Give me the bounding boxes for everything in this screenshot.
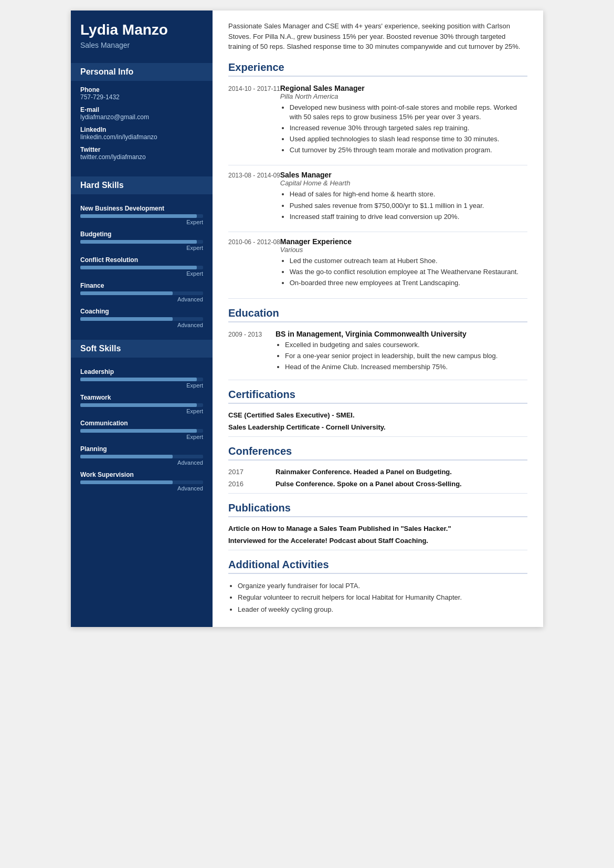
skill-level: Advanced <box>80 296 203 302</box>
skill-bar-container <box>80 378 203 381</box>
soft-skills-heading: Soft Skills <box>71 340 213 358</box>
contact-label: E-mail <box>80 106 203 113</box>
hard-skills-heading: Hard Skills <box>71 176 213 194</box>
divider-edu <box>228 298 527 299</box>
exp-date: 2013-08 - 2014-09 <box>228 171 280 223</box>
edu-bullet: Excelled in budgeting and sales coursewo… <box>285 340 527 350</box>
exp-bullet: Head of sales for high-end home & hearth… <box>290 190 527 199</box>
experience-item: 2013-08 - 2014-09 Sales Manager Capital … <box>228 171 527 223</box>
skill-bar-container <box>80 403 203 407</box>
certifications-list: CSE (Certified Sales Executive) - SMEI.S… <box>228 411 527 431</box>
skill-level: Expert <box>80 245 203 251</box>
skill-bar <box>80 429 197 433</box>
candidate-name: Lydia Manzo <box>80 21 203 39</box>
skill-bar <box>80 378 197 381</box>
edu-bullet: For a one-year senior project in leaders… <box>285 351 527 361</box>
divider-cert <box>228 380 527 380</box>
experience-item: 2010-06 - 2012-08 Manager Experience Var… <box>228 237 527 290</box>
exp-divider <box>228 232 527 232</box>
skill-bar-container <box>80 317 203 321</box>
experience-heading: Experience <box>228 61 527 77</box>
skill-bar-container <box>80 480 203 484</box>
exp-bullet: Increased staff training to drive lead c… <box>290 212 527 222</box>
skill-name: Planning <box>80 445 203 453</box>
edu-bullets: Excelled in budgeting and sales coursewo… <box>276 340 527 372</box>
skill-level: Expert <box>80 382 203 389</box>
activity-item: Leader of weekly cycling group. <box>238 605 527 614</box>
exp-body: Regional Sales Manager Pilla North Ameri… <box>280 84 527 157</box>
contact-item: Phone757-729-1432 <box>80 86 203 101</box>
skill-name: Leadership <box>80 368 203 375</box>
exp-bullet: Increased revenue 30% through targeted s… <box>290 123 527 133</box>
contact-item: Twittertwitter.com/lydiafmanzo <box>80 146 203 161</box>
edu-title: BS in Management, Virginia Commonwealth … <box>276 330 527 338</box>
cert-item: CSE (Certified Sales Executive) - SMEI. <box>228 411 527 419</box>
skill-bar-container <box>80 240 203 244</box>
experience-list: 2014-10 - 2017-11 Regional Sales Manager… <box>228 84 527 290</box>
skill-bar-container <box>80 214 203 218</box>
divider-pub <box>228 493 527 494</box>
contact-value: 757-729-1432 <box>80 93 203 101</box>
skill-level: Expert <box>80 434 203 440</box>
exp-bullets: Developed new business with point-of-sal… <box>280 103 527 155</box>
exp-divider <box>228 165 527 165</box>
exp-bullet: Led the customer outreach team at Hubert… <box>290 256 527 266</box>
pub-item: Article on How to Manage a Sales Team Pu… <box>228 525 527 532</box>
edu-date: 2009 - 2013 <box>228 330 276 374</box>
exp-bullet: Was the go-to conflict resolution employ… <box>290 267 527 277</box>
certifications-heading: Certifications <box>228 389 527 404</box>
activities-list: Organize yearly fundraiser for local PTA… <box>228 581 527 614</box>
exp-bullets: Head of sales for high-end home & hearth… <box>280 190 527 222</box>
activity-item: Regular volunteer to recruit helpers for… <box>238 593 527 602</box>
skill-bar <box>80 455 173 458</box>
conf-year: 2017 <box>228 468 276 476</box>
skill-name: Teamwork <box>80 394 203 401</box>
skill-level: Advanced <box>80 459 203 466</box>
summary-text: Passionate Sales Manager and CSE with 4+… <box>228 21 527 52</box>
skill-bar <box>80 266 197 269</box>
exp-body: Manager Experience Various Led the custo… <box>280 237 527 290</box>
exp-date: 2010-06 - 2012-08 <box>228 237 280 290</box>
education-item: 2009 - 2013 BS in Management, Virginia C… <box>228 330 527 374</box>
skill-name: Communication <box>80 420 203 427</box>
conferences-list: 2017 Rainmaker Conference. Headed a Pane… <box>228 468 527 488</box>
skill-level: Expert <box>80 219 203 225</box>
conf-text: Pulse Conference. Spoke on a Panel about… <box>276 480 462 488</box>
exp-bullet: On-boarded three new employees at Trent … <box>290 278 527 288</box>
contact-value: twitter.com/lydiafmanzo <box>80 153 203 161</box>
skill-name: Budgeting <box>80 231 203 238</box>
exp-bullets: Led the customer outreach team at Hubert… <box>280 256 527 288</box>
skill-bar-container <box>80 429 203 433</box>
exp-company: Capital Home & Hearth <box>280 179 527 187</box>
skill-level: Advanced <box>80 322 203 328</box>
exp-bullet: Pushed sales revenue from $750,000/yr to… <box>290 201 527 211</box>
contact-value: linkedin.com/in/lydiafmanzo <box>80 133 203 141</box>
education-list: 2009 - 2013 BS in Management, Virginia C… <box>228 330 527 374</box>
exp-bullet: Cut turnover by 25% through team morale … <box>290 145 527 155</box>
skill-level: Expert <box>80 270 203 277</box>
cert-item: Sales Leadership Certificate - Cornell U… <box>228 423 527 431</box>
conference-item: 2016 Pulse Conference. Spoke on a Panel … <box>228 480 527 488</box>
skill-level: Advanced <box>80 485 203 491</box>
publications-list: Article on How to Manage a Sales Team Pu… <box>228 525 527 545</box>
exp-title: Manager Experience <box>280 237 527 246</box>
skill-bar <box>80 480 173 484</box>
activities-heading: Additional Activities <box>228 559 527 574</box>
conf-text: Rainmaker Conference. Headed a Panel on … <box>276 468 452 476</box>
exp-title: Sales Manager <box>280 171 527 179</box>
exp-date: 2014-10 - 2017-11 <box>228 84 280 157</box>
contact-item: E-maillydiafmanzo@gmail.com <box>80 106 203 121</box>
soft-skills-section: LeadershipExpertTeamworkExpertCommunicat… <box>71 358 213 498</box>
skill-level: Expert <box>80 408 203 414</box>
hard-skills-section: New Business DevelopmentExpertBudgetingE… <box>71 194 213 334</box>
exp-company: Various <box>280 246 527 254</box>
contact-label: Phone <box>80 86 203 93</box>
education-heading: Education <box>228 307 527 322</box>
skill-name: Conflict Resolution <box>80 256 203 264</box>
contact-value: lydiafmanzo@gmail.com <box>80 113 203 121</box>
contact-label: LinkedIn <box>80 126 203 133</box>
edu-bullet: Head of the Anime Club. Increased member… <box>285 362 527 372</box>
skill-name: Work Supervision <box>80 471 203 478</box>
skill-name: Finance <box>80 282 203 289</box>
conf-year: 2016 <box>228 480 276 488</box>
